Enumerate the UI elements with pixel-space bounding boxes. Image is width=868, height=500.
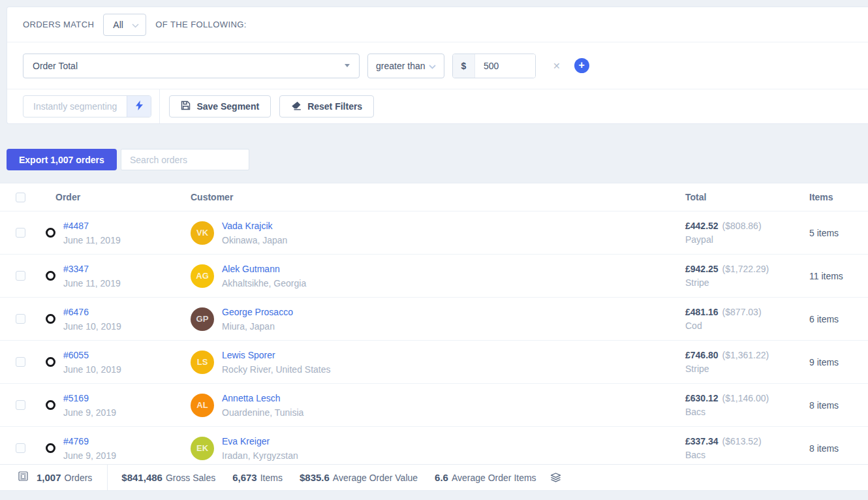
- add-filter-button[interactable]: +: [574, 58, 589, 73]
- order-status-ring-icon: [46, 443, 55, 453]
- table-body: #4487 June 11, 2019 VK Vada Krajcik Okin…: [0, 211, 868, 464]
- order-total-usd: ($1,722.29): [722, 264, 769, 274]
- header-total: Total: [685, 192, 809, 202]
- orders-count-group: 1,007 Orders: [0, 465, 107, 490]
- export-orders-button[interactable]: Export 1,007 orders: [7, 149, 117, 170]
- of-the-following-label: OF THE FOLLOWING:: [155, 20, 246, 29]
- layers-icon[interactable]: [550, 473, 561, 482]
- search-orders-input[interactable]: [121, 149, 249, 170]
- customer-name-link[interactable]: Alek Gutmann: [222, 264, 280, 274]
- customer-name-link[interactable]: George Prosacco: [222, 307, 293, 317]
- order-number-link[interactable]: #5169: [63, 393, 89, 403]
- orders-count-label: Orders: [65, 473, 93, 483]
- order-number-link[interactable]: #3347: [63, 264, 89, 274]
- stat-value: 6,673: [232, 472, 257, 483]
- customer-name-link[interactable]: Eva Kreiger: [222, 436, 270, 446]
- match-type-value: All: [113, 20, 123, 30]
- total-cell: £337.34($613.52) Bacs: [685, 436, 809, 460]
- stat-value: 6.6: [435, 472, 448, 483]
- row-checkbox-cell: [16, 357, 46, 367]
- triangle-down-icon: [345, 64, 350, 67]
- stat-label: Average Order Items: [452, 473, 536, 483]
- row-checkbox-cell: [16, 271, 46, 281]
- order-total-gbp: £337.34: [685, 436, 719, 446]
- payment-method: Bacs: [685, 450, 809, 460]
- order-cell: #6476 June 10, 2019: [63, 306, 191, 332]
- row-checkbox[interactable]: [16, 400, 25, 410]
- order-date: June 11, 2019: [63, 235, 191, 245]
- customer-cell: GP George Prosacco Miura, Japan: [191, 306, 685, 332]
- reset-filters-button[interactable]: Reset Filters: [279, 95, 374, 117]
- chevron-down-icon: [429, 61, 436, 71]
- customer-cell: VK Vada Krajcik Okinawa, Japan: [191, 220, 685, 245]
- customer-cell: AG Alek Gutmann Akhaltsikhe, Georgia: [191, 263, 685, 289]
- order-total-usd: ($877.03): [722, 307, 762, 317]
- customer-cell: AL Annetta Lesch Ouardenine, Tunisia: [191, 392, 685, 418]
- order-status-ring-icon: [46, 357, 55, 367]
- table-row: #6055 June 10, 2019 LS Lewis Sporer Rock…: [0, 340, 868, 383]
- order-total-gbp: £630.12: [685, 393, 719, 403]
- match-type-select[interactable]: All: [103, 14, 146, 36]
- header-customer: Customer: [191, 192, 685, 202]
- filter-field-value: Order Total: [33, 61, 78, 71]
- order-total-usd: ($808.86): [722, 221, 762, 231]
- orders-match-label: ORDERS MATCH: [23, 20, 94, 29]
- table-row: #4769 June 9, 2019 EK Eva Kreiger Iradan…: [0, 426, 868, 464]
- save-segment-button[interactable]: Save Segment: [169, 95, 271, 117]
- total-line: £942.25($1,722.29): [685, 264, 809, 274]
- orders-count: 1,007 Orders: [37, 472, 92, 483]
- eraser-icon: [291, 101, 302, 112]
- stat-label: Items: [260, 473, 283, 483]
- customer-location: Okinawa, Japan: [222, 235, 287, 245]
- customer-name-link[interactable]: Lewis Sporer: [222, 350, 275, 360]
- customer-name-link[interactable]: Annetta Lesch: [222, 393, 281, 403]
- header-items: Items: [809, 192, 868, 202]
- filter-operator-select[interactable]: greater than: [367, 54, 444, 78]
- stat-gross-sales: $841,486 Gross Sales: [121, 472, 215, 483]
- customer-info: Lewis Sporer Rocky River, United States: [222, 349, 331, 375]
- row-checkbox[interactable]: [16, 228, 25, 238]
- vertical-divider: [159, 89, 160, 123]
- stat-items: 6,673 Items: [232, 472, 283, 483]
- order-date: June 10, 2019: [63, 364, 191, 375]
- order-total-gbp: £442.52: [685, 221, 719, 231]
- row-checkbox[interactable]: [16, 443, 25, 453]
- customer-info: Vada Krajcik Okinawa, Japan: [222, 220, 287, 245]
- customer-avatar: AL: [191, 394, 214, 417]
- stat-average-order-value: $835.6 Average Order Value: [300, 472, 418, 483]
- row-checkbox-cell: [16, 314, 46, 324]
- customer-name-link[interactable]: Vada Krajcik: [222, 221, 273, 231]
- order-total-gbp: £746.80: [685, 350, 719, 360]
- amount-input[interactable]: [475, 54, 535, 78]
- filter-match-row: ORDERS MATCH All OF THE FOLLOWING:: [7, 7, 868, 42]
- order-number-link[interactable]: #6476: [63, 307, 89, 317]
- remove-filter-icon[interactable]: ✕: [553, 61, 561, 71]
- order-number-link[interactable]: #4487: [63, 221, 89, 231]
- row-checkbox[interactable]: [16, 271, 25, 281]
- filter-actions-row: Instantly segmenting Save Segment Reset …: [7, 89, 868, 123]
- order-number-link[interactable]: #4769: [63, 436, 89, 446]
- lightning-bolt-button[interactable]: [127, 96, 151, 117]
- payment-method: Bacs: [685, 407, 809, 417]
- stat-value: $841,486: [121, 472, 163, 483]
- order-status-ring-icon: [46, 228, 55, 238]
- total-line: £481.16($877.03): [685, 307, 809, 317]
- order-cell: #4769 June 9, 2019: [63, 435, 191, 461]
- customer-location: Miura, Japan: [222, 321, 293, 332]
- order-cell: #4487 June 11, 2019: [63, 220, 191, 245]
- total-cell: £942.25($1,722.29) Stripe: [685, 264, 809, 288]
- filter-field-select[interactable]: Order Total: [23, 54, 360, 78]
- row-checkbox-cell: [16, 443, 46, 453]
- row-checkbox[interactable]: [16, 314, 25, 324]
- instant-segment-group: Instantly segmenting: [23, 95, 151, 117]
- row-checkbox[interactable]: [16, 357, 25, 367]
- customer-info: George Prosacco Miura, Japan: [222, 306, 293, 332]
- row-status-cell: [46, 228, 63, 238]
- items-count: 8 items: [809, 443, 868, 454]
- stat-value: $835.6: [300, 472, 330, 483]
- total-line: £746.80($1,361.22): [685, 350, 809, 360]
- header-checkbox-cell: [16, 193, 46, 202]
- order-number-link[interactable]: #6055: [63, 350, 89, 360]
- orders-table: Order Customer Total Items #4487 June 11…: [0, 183, 868, 464]
- select-all-checkbox[interactable]: [16, 193, 25, 202]
